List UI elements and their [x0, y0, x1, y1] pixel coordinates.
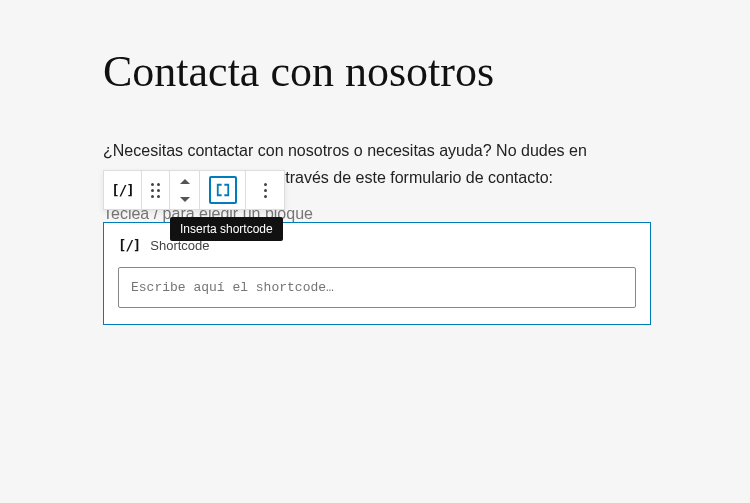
chevron-up-icon — [180, 179, 190, 184]
block-type-button[interactable]: [/] — [104, 171, 142, 209]
block-movers — [170, 171, 200, 209]
shortcode-icon: [/] — [111, 182, 133, 198]
toolbar-tooltip: Inserta shortcode — [170, 217, 283, 241]
page-title[interactable]: Contacta con nosotros — [103, 46, 651, 99]
shortcode-icon: [/] — [118, 237, 140, 253]
brackets-icon — [214, 181, 232, 199]
drag-icon — [151, 183, 160, 198]
chevron-down-icon — [180, 197, 190, 202]
move-down-button[interactable] — [170, 190, 199, 208]
drag-handle[interactable] — [142, 171, 170, 209]
block-options-button[interactable] — [246, 171, 284, 209]
move-up-button[interactable] — [170, 172, 199, 190]
transform-block-button[interactable] — [200, 171, 246, 209]
block-toolbar: [/] — [103, 170, 285, 210]
more-vertical-icon — [264, 183, 267, 198]
shortcode-input[interactable] — [118, 267, 636, 308]
transform-highlight — [209, 176, 237, 204]
